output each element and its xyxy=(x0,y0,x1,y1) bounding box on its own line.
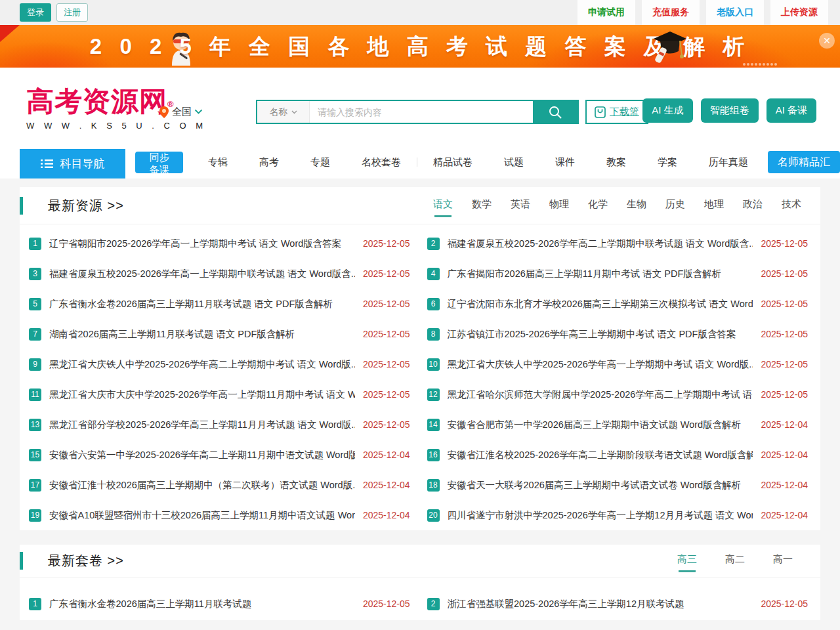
resource-title-link[interactable]: 黑龙江省部分学校2025-2026学年高三上学期11月月考试题 语文 Word版… xyxy=(49,419,355,431)
login-button[interactable]: 登录 xyxy=(20,3,51,22)
resource-list: 1 辽宁省朝阳市2025-2026学年高一上学期期中考试 语文 Word版含答案… xyxy=(20,224,820,530)
subject-tab[interactable]: 语文 xyxy=(433,194,453,217)
resource-row[interactable]: 20 四川省遂宁市射洪中学2025-2026学年高一上学期12月月考试题 语文 … xyxy=(427,500,808,530)
subject-tab[interactable]: 物理 xyxy=(549,194,569,217)
paper-title-link[interactable]: 浙江省强基联盟2025-2026学年高三上学期12月联考试题 xyxy=(448,598,753,610)
register-button[interactable]: 注册 xyxy=(56,3,88,22)
ai-tool-button[interactable]: AI 生成 xyxy=(642,98,692,123)
resource-row[interactable]: 11 黑龙江省大庆市大庆中学2025-2026学年高一上学期11月期中考试 语文… xyxy=(29,379,410,410)
resource-title-link[interactable]: 黑龙江省大庆铁人中学2025-2026学年高一上学期期中考试 语文 Word版.… xyxy=(448,358,753,371)
resource-title-link[interactable]: 安徽省江淮十校2026届高三上学期期中（第二次联考）语文试题 Word版... xyxy=(49,479,355,492)
resource-row[interactable]: 1 辽宁省朝阳市2025-2026学年高一上学期期中考试 语文 Word版含答案… xyxy=(29,228,410,259)
banner-close-button[interactable]: ✕ xyxy=(819,33,835,49)
resource-title-link[interactable]: 福建省厦泉五校2025-2026学年高一上学期期中联考试题 语文 Word版含.… xyxy=(49,268,355,280)
resource-title-link[interactable]: 安徽省天一大联考2026届高三上学期期中考试语文试卷 Word版含解析 xyxy=(448,479,753,492)
resource-date: 2025-12-05 xyxy=(363,238,410,249)
resource-title-link[interactable]: 福建省厦泉五校2025-2026学年高二上学期期中联考试题 语文 Word版含.… xyxy=(448,238,753,250)
subject-tab[interactable]: 历史 xyxy=(665,194,685,217)
ai-tool-button[interactable]: AI 备课 xyxy=(766,98,816,123)
paper-title-link[interactable]: 广东省衡水金卷2026届高三上学期11月联考试题 xyxy=(49,598,355,610)
resource-date: 2025-12-04 xyxy=(761,450,808,460)
site-header: 高考资源网® W W W . K S 5 U . C O M 全国 名称 下载篮… xyxy=(0,68,840,146)
subject-tab[interactable]: 政治 xyxy=(743,194,763,217)
paper-row[interactable]: 2 浙江省强基联盟2025-2026学年高三上学期12月联考试题 2025-12… xyxy=(427,589,808,619)
rank-badge: 5 xyxy=(29,298,41,310)
resource-row[interactable]: 9 黑龙江省大庆铁人中学2025-2026学年高二上学期期中考试 语文 Word… xyxy=(29,349,410,379)
nav-item[interactable]: 专题 xyxy=(295,156,346,169)
search-button[interactable] xyxy=(533,101,578,123)
resource-title-link[interactable]: 辽宁省沈阳市东北育才学校2026届高三上学期第三次模拟考试 语文 Word... xyxy=(448,298,753,310)
nav-item[interactable]: 教案 xyxy=(591,156,642,169)
resource-row[interactable]: 13 黑龙江省部分学校2025-2026学年高三上学期11月月考试题 语文 Wo… xyxy=(29,410,410,440)
subject-tab[interactable]: 英语 xyxy=(511,194,530,217)
subject-tab[interactable]: 数学 xyxy=(472,194,492,217)
subject-tab[interactable]: 技术 xyxy=(782,194,801,217)
nav-item[interactable]: 课件 xyxy=(539,156,591,169)
latest-papers-title: 最新套卷 >> xyxy=(48,552,124,570)
resource-row[interactable]: 5 广东省衡水金卷2026届高三上学期11月联考试题 语文 PDF版含解析 20… xyxy=(29,289,410,319)
grade-tabs: 高三高二高一 xyxy=(649,549,793,572)
nav-item[interactable]: 试题 xyxy=(488,156,539,169)
resource-row[interactable]: 4 广东省揭阳市2026届高三上学期11月期中考试 语文 PDF版含解析 202… xyxy=(427,259,808,289)
resource-title-link[interactable]: 安徽省A10联盟暨宿州市十三校2026届高三上学期11月期中语文试题 Wor..… xyxy=(49,509,355,522)
grade-tab[interactable]: 高一 xyxy=(773,549,793,572)
resource-title-link[interactable]: 黑龙江省哈尔滨师范大学附属中学2025-2026学年高二上学期期中考试 语... xyxy=(448,388,753,401)
rank-badge: 16 xyxy=(427,449,440,461)
resource-row[interactable]: 2 福建省厦泉五校2025-2026学年高二上学期期中联考试题 语文 Word版… xyxy=(427,228,808,259)
nav-item[interactable]: 历年真题 xyxy=(693,156,764,169)
resource-row[interactable]: 7 湖南省2026届高三上学期11月联考试题 语文 PDF版含解析 2025-1… xyxy=(29,319,410,349)
featured-teachers-button[interactable]: 名师精品汇 xyxy=(768,151,840,173)
resource-row[interactable]: 15 安徽省六安第一中学2025-2026学年高二上学期11月期中语文试题 Wo… xyxy=(29,440,410,470)
resource-title-link[interactable]: 黑龙江省大庆铁人中学2025-2026学年高二上学期期中考试 语文 Word版.… xyxy=(49,358,355,371)
resource-row[interactable]: 12 黑龙江省哈尔滨师范大学附属中学2025-2026学年高二上学期期中考试 语… xyxy=(427,379,808,410)
promo-banner[interactable]: 2 0 2 5 年 全 国 各 地 高 考 试 题 答 案 及 解 析 ✕ xyxy=(0,25,840,68)
nav-item[interactable]: 高考 xyxy=(243,156,295,169)
topbar-link[interactable]: 上传资源 xyxy=(770,0,828,25)
resource-title-link[interactable]: 四川省遂宁市射洪中学2025-2026学年高一上学期12月月考试题 语文 Wor… xyxy=(448,509,753,522)
resource-title-link[interactable]: 江苏省镇江市2025-2026学年高三上学期期中考试 语文 PDF版含答案 xyxy=(448,328,753,341)
resource-row[interactable]: 19 安徽省A10联盟暨宿州市十三校2026届高三上学期11月期中语文试题 Wo… xyxy=(29,500,410,530)
grade-tab[interactable]: 高二 xyxy=(725,549,745,572)
topbar-link[interactable]: 充值服务 xyxy=(642,0,700,25)
nav-item[interactable]: 专辑 xyxy=(192,156,243,169)
resource-title-link[interactable]: 安徽省江淮名校2025-2026学年高二上学期阶段联考语文试题 Word版含解析 xyxy=(448,449,753,461)
resource-row[interactable]: 6 辽宁省沈阳市东北育才学校2026届高三上学期第三次模拟考试 语文 Word.… xyxy=(427,289,808,319)
resource-row[interactable]: 8 江苏省镇江市2025-2026学年高三上学期期中考试 语文 PDF版含答案 … xyxy=(427,319,808,349)
subject-tab[interactable]: 生物 xyxy=(627,194,646,217)
sync-prep-button[interactable]: 同步备课 xyxy=(135,152,183,173)
topbar-link[interactable]: 老版入口 xyxy=(706,0,764,25)
resource-title-link[interactable]: 安徽省六安第一中学2025-2026学年高二上学期11月期中语文试题 Word版… xyxy=(49,449,355,461)
nav-item[interactable]: 学案 xyxy=(642,156,693,169)
topbar-link[interactable]: 申请试用 xyxy=(578,0,635,25)
resource-date: 2025-12-04 xyxy=(363,510,410,520)
resource-title-link[interactable]: 广东省衡水金卷2026届高三上学期11月联考试题 语文 PDF版含解析 xyxy=(49,298,355,310)
resource-date: 2025-12-05 xyxy=(363,389,410,400)
nav-item[interactable]: 精品试卷 xyxy=(417,156,488,169)
resource-row[interactable]: 14 安徽省合肥市第一中学2026届高三上学期期中语文试题 Word版含解析 2… xyxy=(427,410,808,440)
resource-title-link[interactable]: 广东省揭阳市2026届高三上学期11月期中考试 语文 PDF版含解析 xyxy=(448,268,753,280)
region-selector[interactable]: 全国 xyxy=(159,106,202,118)
subject-tab[interactable]: 化学 xyxy=(588,194,608,217)
resource-date: 2025-12-05 xyxy=(363,268,410,279)
grade-tab[interactable]: 高三 xyxy=(677,549,697,572)
paper-row[interactable]: 1 广东省衡水金卷2026届高三上学期11月联考试题 2025-12-05 xyxy=(29,589,410,619)
subject-tab[interactable]: 地理 xyxy=(704,194,724,217)
subject-nav-button[interactable]: 科目导航 xyxy=(20,149,125,178)
resource-title-link[interactable]: 辽宁省朝阳市2025-2026学年高一上学期期中考试 语文 Word版含答案 xyxy=(49,238,355,250)
resource-row[interactable]: 10 黑龙江省大庆铁人中学2025-2026学年高一上学期期中考试 语文 Wor… xyxy=(427,349,808,379)
search-input[interactable] xyxy=(310,101,533,123)
resource-row[interactable]: 18 安徽省天一大联考2026届高三上学期期中考试语文试卷 Word版含解析 2… xyxy=(427,470,808,500)
rank-badge: 11 xyxy=(29,388,41,401)
nav-item[interactable]: 名校套卷 xyxy=(346,156,417,169)
resource-row[interactable]: 16 安徽省江淮名校2025-2026学年高二上学期阶段联考语文试题 Word版… xyxy=(427,440,808,470)
resource-row[interactable]: 3 福建省厦泉五校2025-2026学年高一上学期期中联考试题 语文 Word版… xyxy=(29,259,410,289)
resource-title-link[interactable]: 湖南省2026届高三上学期11月联考试题 语文 PDF版含解析 xyxy=(49,328,355,341)
location-pin-icon xyxy=(159,106,169,118)
search-category-dropdown[interactable]: 名称 xyxy=(257,101,310,123)
resource-row[interactable]: 17 安徽省江淮十校2026届高三上学期期中（第二次联考）语文试题 Word版.… xyxy=(29,470,410,500)
download-basket-button[interactable]: 下载篮 xyxy=(585,100,648,124)
resource-title-link[interactable]: 安徽省合肥市第一中学2026届高三上学期期中语文试题 Word版含解析 xyxy=(448,419,753,431)
ai-tool-button[interactable]: 智能组卷 xyxy=(701,98,759,123)
resource-title-link[interactable]: 黑龙江省大庆市大庆中学2025-2026学年高一上学期11月期中考试 语文 W.… xyxy=(49,388,355,401)
graduation-cap-icon xyxy=(651,28,689,67)
